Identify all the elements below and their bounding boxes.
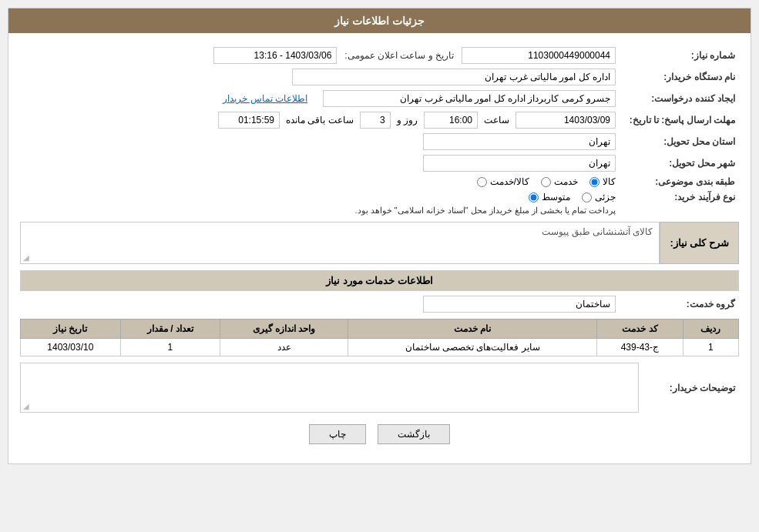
- cell-code: ج-43-439: [597, 339, 683, 356]
- purchase-motawaset-label: متوسط: [542, 192, 570, 202]
- back-button[interactable]: بازگشت: [378, 424, 450, 444]
- buttons-container: بازگشت چاپ: [20, 424, 739, 444]
- col-header-date: تاریخ نیاز: [21, 320, 121, 339]
- cell-date: 1403/03/10: [21, 339, 121, 356]
- services-table-container: ردیف کد خدمت نام خدمت واحد اندازه گیری ت…: [20, 319, 739, 356]
- cell-row: 1: [683, 339, 738, 356]
- description-section-label: شرح کلی نیاز:: [660, 222, 739, 264]
- response-deadline-label: مهلت ارسال پاسخ: تا تاریخ:: [616, 115, 739, 125]
- buyer-desc-label: توضیحات خریدار:: [639, 363, 739, 413]
- purchase-jozi-label: جزئی: [595, 192, 616, 202]
- purchase-jozi-radio[interactable]: [582, 192, 592, 202]
- purchase-motawaset-item: متوسط: [529, 192, 570, 202]
- table-row: 1 ج-43-439 سایر فعالیت‌های تخصصی ساختمان…: [21, 339, 739, 356]
- announce-date-input: [213, 47, 337, 64]
- category-both-radio[interactable]: [477, 177, 487, 187]
- organization-input: [292, 69, 616, 85]
- category-kala-label: کالا: [603, 176, 616, 187]
- city-label: شهر محل تحویل:: [616, 158, 739, 169]
- print-button[interactable]: چاپ: [309, 424, 366, 444]
- service-group-input: [423, 296, 616, 313]
- date-label: تاریخ و ساعت اعلان عمومی:: [344, 50, 454, 61]
- request-number-input[interactable]: [462, 47, 616, 64]
- organization-label: نام دستگاه خریدار:: [616, 72, 739, 82]
- cell-unit: عدد: [220, 339, 348, 356]
- days-label: روز و: [397, 115, 418, 125]
- col-header-code: کد خدمت: [597, 320, 683, 339]
- col-header-unit: واحد اندازه گیری: [220, 320, 348, 339]
- category-label: طبقه بندی موضوعی:: [616, 176, 739, 187]
- cell-quantity: 1: [120, 339, 220, 356]
- category-kala-item: کالا: [589, 176, 616, 187]
- services-table: ردیف کد خدمت نام خدمت واحد اندازه گیری ت…: [20, 319, 739, 356]
- description-text: کالای آتشنشانی طبق پیوست: [542, 226, 653, 237]
- col-header-name: نام خدمت: [348, 320, 597, 339]
- category-khedmat-item: خدمت: [541, 176, 578, 187]
- category-kala-radio[interactable]: [589, 177, 599, 187]
- service-group-label: گروه خدمت:: [616, 299, 739, 309]
- purchase-note: پرداخت تمام یا بخشی از مبلغ خریداز محل "…: [20, 206, 616, 216]
- contact-link[interactable]: اطلاعات تماس خریدار: [223, 93, 307, 104]
- purchase-motawaset-radio[interactable]: [529, 192, 539, 202]
- province-input: [423, 133, 616, 150]
- response-days-input: [360, 112, 391, 129]
- request-number-label: شماره نیاز:: [616, 50, 739, 61]
- purchase-jozi-item: جزئی: [582, 192, 616, 202]
- cell-name: سایر فعالیت‌های تخصصی ساختمان: [348, 339, 597, 356]
- category-both-label: کالا/خدمت: [490, 176, 529, 187]
- remaining-time-input: [218, 112, 280, 129]
- category-both-item: کالا/خدمت: [477, 176, 529, 187]
- purchase-type-label: نوع فرآیند خرید:: [616, 192, 739, 202]
- response-time-input: [424, 112, 478, 129]
- page-title: جزئیات اطلاعات نیاز: [8, 8, 751, 33]
- time-label: ساعت: [484, 115, 509, 125]
- remaining-label: ساعت باقی مانده: [286, 115, 354, 125]
- category-khedmat-radio[interactable]: [541, 177, 551, 187]
- province-label: استان محل تحویل:: [616, 136, 739, 147]
- creator-label: ایجاد کننده درخواست:: [616, 93, 739, 104]
- services-section-label: اطلاعات خدمات مورد نیاز: [20, 270, 739, 291]
- city-input: [423, 155, 616, 172]
- col-header-quantity: تعداد / مقدار: [120, 320, 220, 339]
- buyer-desc-box: ◢: [20, 363, 639, 413]
- col-header-row: ردیف: [683, 320, 738, 339]
- buyer-desc-resize-icon: ◢: [23, 402, 29, 410]
- creator-input: [323, 90, 616, 107]
- description-resize-icon: ◢: [23, 253, 29, 262]
- response-date-input: [516, 112, 616, 129]
- category-khedmat-label: خدمت: [554, 176, 578, 187]
